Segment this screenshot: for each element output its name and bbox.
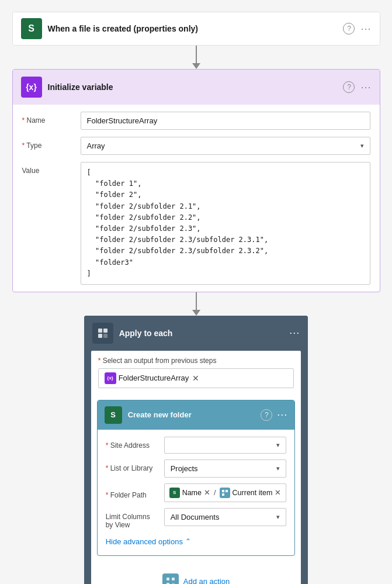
arrow-line-2 bbox=[196, 292, 197, 310]
name-input[interactable]: FolderStructureArray bbox=[81, 112, 370, 130]
init-variable-title: Initialize variable bbox=[48, 82, 113, 92]
name-label: * Name bbox=[22, 112, 75, 125]
trigger-actions: ? ··· bbox=[343, 23, 371, 35]
output-tag-box[interactable]: {x} FolderStructureArray ✕ bbox=[98, 368, 294, 388]
list-library-row: * List or Library Projects ▾ bbox=[106, 459, 287, 478]
path-current-item-icon bbox=[220, 488, 230, 498]
arrow-1 bbox=[192, 46, 200, 69]
flow-container: S When a file is created (properties onl… bbox=[12, 12, 380, 584]
svg-rect-1 bbox=[103, 329, 107, 333]
limit-columns-label: Limit Columns by View bbox=[106, 508, 158, 529]
limit-columns-select[interactable]: All Documents ▾ bbox=[164, 508, 287, 526]
path-current-item-chip: Current item ✕ bbox=[220, 488, 282, 498]
select-output-label: * Select an output from previous steps bbox=[91, 351, 301, 368]
create-folder-card: S Create new folder ? ··· * bbox=[97, 400, 296, 556]
apply-icon bbox=[92, 323, 113, 344]
name-field-row: * Name FolderStructureArray bbox=[22, 112, 370, 130]
type-select[interactable]: Array ▾ bbox=[81, 137, 370, 155]
limit-columns-chevron-icon: ▾ bbox=[276, 513, 280, 521]
value-input[interactable]: [ "folder 1", "folder 2", "folder 2/subf… bbox=[81, 162, 370, 285]
create-folder-title: Create new folder bbox=[128, 410, 255, 419]
folder-array-tag: {x} FolderStructureArray ✕ bbox=[105, 372, 200, 384]
var-icon: {x} bbox=[21, 77, 42, 98]
add-action-label[interactable]: Add an action bbox=[183, 577, 230, 584]
chevron-up-icon: ⌃ bbox=[185, 537, 191, 545]
init-variable-card: {x} Initialize variable ? ··· * Name Fol… bbox=[12, 69, 380, 292]
svg-rect-0 bbox=[98, 329, 102, 333]
path-name-chip-label: Name bbox=[182, 489, 202, 497]
trigger-help-icon[interactable]: ? bbox=[343, 23, 355, 34]
init-variable-body: * Name FolderStructureArray * Type Array… bbox=[13, 105, 380, 292]
path-name-chip-icon: S bbox=[169, 488, 180, 498]
svg-rect-8 bbox=[172, 578, 175, 580]
path-current-item-close[interactable]: ✕ bbox=[275, 488, 281, 497]
folder-array-tag-icon: {x} bbox=[105, 372, 116, 384]
init-variable-help-icon[interactable]: ? bbox=[343, 81, 355, 93]
advanced-options-toggle[interactable]: Hide advanced options ⌃ bbox=[106, 535, 287, 548]
svg-rect-3 bbox=[103, 334, 107, 338]
trigger-card: S When a file is created (properties onl… bbox=[12, 12, 380, 46]
output-tag-row: {x} FolderStructureArray ✕ bbox=[91, 368, 301, 394]
trigger-icon: S bbox=[21, 18, 42, 39]
site-address-chevron-icon: ▾ bbox=[276, 441, 280, 449]
trigger-card-header: S When a file is created (properties onl… bbox=[13, 12, 380, 45]
type-chevron-icon: ▾ bbox=[360, 142, 364, 150]
folder-array-tag-close[interactable]: ✕ bbox=[192, 374, 199, 383]
svg-rect-6 bbox=[222, 493, 224, 496]
arrow-2 bbox=[192, 292, 200, 316]
init-variable-more-options[interactable]: ··· bbox=[360, 81, 371, 94]
folder-path-label: * Folder Path bbox=[106, 486, 158, 499]
trigger-title: When a file is created (properties only) bbox=[48, 24, 199, 33]
type-label: * Type bbox=[22, 137, 75, 150]
svg-rect-7 bbox=[166, 578, 169, 580]
init-variable-actions: ? ··· bbox=[343, 81, 371, 94]
site-address-label: * Site Address bbox=[106, 437, 158, 450]
path-name-chip: S Name ✕ bbox=[169, 488, 210, 498]
arrow-head-1 bbox=[192, 63, 200, 69]
limit-columns-row: Limit Columns by View All Documents ▾ bbox=[106, 508, 287, 529]
list-library-label: * List or Library bbox=[106, 459, 158, 472]
site-address-row: * Site Address ▾ bbox=[106, 437, 287, 454]
list-library-select[interactable]: Projects ▾ bbox=[164, 459, 287, 478]
apply-title: Apply to each bbox=[119, 329, 284, 338]
apply-body: * Select an output from previous steps {… bbox=[91, 351, 301, 584]
create-folder-help-icon[interactable]: ? bbox=[261, 409, 272, 421]
path-name-chip-close[interactable]: ✕ bbox=[204, 488, 210, 497]
folder-path-row: * Folder Path S Name ✕ / bbox=[106, 483, 287, 502]
svg-rect-5 bbox=[226, 490, 228, 492]
path-current-item-label: Current item bbox=[233, 489, 273, 497]
apply-to-each-card: Apply to each ··· * Select an output fro… bbox=[84, 316, 308, 584]
trigger-more-options[interactable]: ··· bbox=[360, 23, 371, 35]
value-label: Value bbox=[22, 162, 75, 175]
create-folder-more-options[interactable]: ··· bbox=[277, 409, 287, 421]
arrow-head-2 bbox=[192, 310, 200, 316]
list-library-chevron-icon: ▾ bbox=[276, 465, 280, 472]
svg-rect-4 bbox=[222, 490, 224, 492]
create-folder-body: * Site Address ▾ * List or Library bbox=[98, 430, 295, 555]
apply-more-options[interactable]: ··· bbox=[289, 327, 300, 339]
folder-array-tag-label: FolderStructureArray bbox=[119, 374, 189, 382]
path-separator: / bbox=[213, 488, 217, 497]
value-field-row: Value [ "folder 1", "folder 2", "folder … bbox=[22, 162, 370, 285]
init-variable-header: {x} Initialize variable ? ··· bbox=[13, 70, 380, 105]
create-folder-icon: S bbox=[105, 406, 122, 424]
svg-rect-2 bbox=[98, 334, 102, 338]
apply-header: Apply to each ··· bbox=[84, 316, 308, 351]
type-field-row: * Type Array ▾ bbox=[22, 137, 370, 155]
add-action-icon bbox=[162, 573, 179, 584]
arrow-line-1 bbox=[196, 46, 197, 63]
site-address-select[interactable]: ▾ bbox=[164, 437, 287, 454]
add-action-section: Add an action bbox=[91, 562, 301, 584]
create-folder-header: S Create new folder ? ··· bbox=[98, 400, 295, 430]
folder-path-box[interactable]: S Name ✕ / bbox=[164, 483, 287, 502]
